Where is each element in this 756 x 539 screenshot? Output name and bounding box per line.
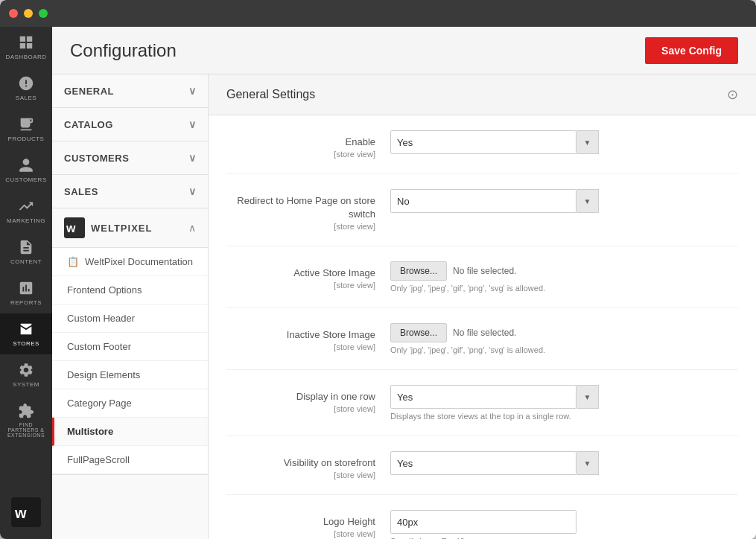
submenu-custom-header[interactable]: Custom Header bbox=[52, 304, 208, 333]
maximize-dot[interactable] bbox=[39, 9, 48, 18]
weltpixel-name: WELTPIXEL bbox=[91, 223, 152, 234]
sidebar-item-marketing[interactable]: MARKETING bbox=[0, 191, 52, 232]
save-config-button[interactable]: Save Config bbox=[645, 37, 738, 64]
active-image-browse-button[interactable]: Browse... bbox=[390, 261, 447, 281]
active-image-browse-row: Browse... No file selected. bbox=[390, 261, 738, 281]
sidebar-item-stores[interactable]: STORES bbox=[0, 313, 52, 354]
submenu-documentation[interactable]: 📋 WeltPixel Documentation bbox=[52, 248, 208, 276]
field-active-image-control: Browse... No file selected. Only 'jpg', … bbox=[390, 261, 738, 293]
field-inactive-image-label-group: Inactive Store Image [store view] bbox=[226, 323, 390, 351]
field-logo-height-input[interactable] bbox=[390, 510, 576, 534]
field-visibility-label: Visibility on storefront bbox=[284, 457, 375, 468]
field-enable-control: Yes No ▼ bbox=[390, 130, 738, 154]
field-display-select-wrapper: Yes No ▼ bbox=[390, 385, 738, 409]
submenu-design-elements[interactable]: Design Elements bbox=[52, 361, 208, 389]
submenu-fullpagescroll[interactable]: FullPageScroll bbox=[52, 446, 208, 474]
section-title: General Settings bbox=[226, 88, 315, 101]
accordion-catalog-header[interactable]: CATALOG ∨ bbox=[52, 108, 208, 141]
field-inactive-image-scope: [store view] bbox=[226, 342, 375, 351]
field-enable-scope: [store view] bbox=[226, 150, 375, 159]
field-enable-label-group: Enable [store view] bbox=[226, 130, 390, 159]
field-display-control: Yes No ▼ Displays the store views at the… bbox=[390, 385, 738, 421]
field-redirect-control: No Yes ▼ bbox=[390, 189, 738, 213]
sidebar-item-products[interactable]: PRODUCTS bbox=[0, 109, 52, 150]
field-logo-height-control: Specify in px. Ex: 40px; bbox=[390, 510, 738, 539]
section-header: General Settings ⊙ bbox=[209, 74, 756, 115]
field-redirect-select-wrapper: No Yes ▼ bbox=[390, 189, 738, 213]
section-collapse-button[interactable]: ⊙ bbox=[727, 86, 738, 103]
field-display-label-group: Display in one row [store view] bbox=[226, 385, 390, 413]
right-panel: General Settings ⊙ Enable [store view] bbox=[209, 74, 756, 539]
field-visibility-select[interactable]: Yes No bbox=[390, 451, 576, 475]
field-display-hint: Displays the store views at the top in a… bbox=[390, 412, 738, 421]
field-display-label: Display in one row bbox=[296, 391, 375, 402]
submenu-frontend[interactable]: Frontend Options bbox=[52, 276, 208, 304]
field-visibility-scope: [store view] bbox=[226, 471, 375, 479]
field-enable-select[interactable]: Yes No bbox=[390, 130, 576, 154]
weltpixel-header[interactable]: w WELTPIXEL ∧ bbox=[52, 208, 208, 248]
field-redirect-select[interactable]: No Yes bbox=[390, 189, 576, 213]
inactive-image-browse-button[interactable]: Browse... bbox=[390, 323, 447, 342]
active-image-no-file: No file selected. bbox=[453, 266, 516, 276]
accordion-general-header[interactable]: GENERAL ∨ bbox=[52, 74, 208, 107]
accordion-general-chevron: ∨ bbox=[188, 85, 197, 97]
sidebar-item-sales[interactable]: SALES bbox=[0, 68, 52, 109]
field-visibility-control: Yes No ▼ bbox=[390, 451, 738, 475]
accordion-sales: SALES ∨ bbox=[52, 175, 208, 208]
app-body: DASHBOARD SALES PRODUCTS CUSTOMERS MARKE… bbox=[0, 27, 756, 539]
weltpixel-logo-group: w WELTPIXEL bbox=[64, 217, 152, 238]
inactive-image-hint: Only 'jpg', 'jpeg', 'gif', 'png', 'svg' … bbox=[390, 345, 738, 354]
weltpixel-chevron: ∧ bbox=[188, 222, 196, 234]
field-active-image-label: Active Store Image bbox=[293, 267, 375, 278]
svg-text:w: w bbox=[14, 505, 27, 521]
page-title: Configuration bbox=[70, 40, 177, 61]
field-enable: Enable [store view] Yes No ▼ bbox=[226, 130, 738, 174]
field-visibility-arrow: ▼ bbox=[576, 451, 599, 475]
sidebar-item-reports[interactable]: REPORTS bbox=[0, 272, 52, 313]
field-active-image-label-group: Active Store Image [store view] bbox=[226, 261, 390, 290]
field-display-one-row: Display in one row [store view] Yes No ▼ bbox=[226, 385, 738, 436]
accordion-customers-chevron: ∨ bbox=[188, 152, 197, 164]
submenu-custom-footer[interactable]: Custom Footer bbox=[52, 333, 208, 361]
form-area: Enable [store view] Yes No ▼ bbox=[209, 115, 756, 539]
sidebar-item-content[interactable]: CONTENT bbox=[0, 232, 52, 272]
accordion-catalog: CATALOG ∨ bbox=[52, 108, 208, 141]
minimize-dot[interactable] bbox=[24, 9, 33, 18]
field-enable-select-wrapper: Yes No ▼ bbox=[390, 130, 738, 154]
field-visibility: Visibility on storefront [store view] Ye… bbox=[226, 451, 738, 495]
sidebar-weltpixel-logo: w bbox=[2, 488, 50, 539]
accordion-weltpixel: w WELTPIXEL ∧ 📋 WeltPixel Documentation bbox=[52, 208, 208, 475]
close-dot[interactable] bbox=[9, 9, 18, 18]
accordion-sales-chevron: ∨ bbox=[188, 185, 197, 197]
field-display-select[interactable]: Yes No bbox=[390, 385, 576, 409]
field-logo-height-label-group: Logo Height [store view] bbox=[226, 510, 390, 538]
field-redirect-scope: [store view] bbox=[226, 222, 375, 231]
titlebar bbox=[0, 0, 756, 27]
field-redirect-label-group: Redirect to Home Page on store switch [s… bbox=[226, 189, 390, 231]
field-active-image-scope: [store view] bbox=[226, 281, 375, 290]
field-visibility-label-group: Visibility on storefront [store view] bbox=[226, 451, 390, 479]
app-window: DASHBOARD SALES PRODUCTS CUSTOMERS MARKE… bbox=[0, 0, 756, 539]
field-logo-height-scope: [store view] bbox=[226, 529, 375, 538]
topbar: Configuration Save Config bbox=[52, 27, 756, 74]
field-logo-height: Logo Height [store view] Specify in px. … bbox=[226, 510, 738, 539]
active-image-hint: Only 'jpg', 'jpeg', 'gif', 'png', 'svg' … bbox=[390, 284, 738, 293]
sidebar-item-extensions[interactable]: FIND PARTNERS & EXTENSIONS bbox=[0, 395, 52, 445]
weltpixel-logo-icon: w bbox=[64, 217, 85, 238]
accordion-general: GENERAL ∨ bbox=[52, 74, 208, 108]
submenu-category-page[interactable]: Category Page bbox=[52, 389, 208, 418]
sidebar-item-customers[interactable]: CUSTOMERS bbox=[0, 150, 52, 191]
field-active-store-image: Active Store Image [store view] Browse..… bbox=[226, 261, 738, 308]
inactive-image-browse-row: Browse... No file selected. bbox=[390, 323, 738, 342]
field-enable-arrow: ▼ bbox=[576, 130, 599, 154]
field-inactive-image-label: Inactive Store Image bbox=[287, 329, 375, 340]
sidebar-item-dashboard[interactable]: DASHBOARD bbox=[0, 27, 52, 68]
sidebar-item-system[interactable]: SYSTEM bbox=[0, 354, 52, 395]
sidebar: DASHBOARD SALES PRODUCTS CUSTOMERS MARKE… bbox=[0, 27, 52, 539]
svg-text:w: w bbox=[66, 222, 76, 235]
submenu-multistore[interactable]: Multistore bbox=[52, 418, 208, 446]
accordion-customers-header[interactable]: CUSTOMERS ∨ bbox=[52, 141, 208, 174]
accordion-sales-header[interactable]: SALES ∨ bbox=[52, 175, 208, 208]
field-visibility-select-wrapper: Yes No ▼ bbox=[390, 451, 738, 475]
accordion-catalog-chevron: ∨ bbox=[188, 118, 197, 130]
